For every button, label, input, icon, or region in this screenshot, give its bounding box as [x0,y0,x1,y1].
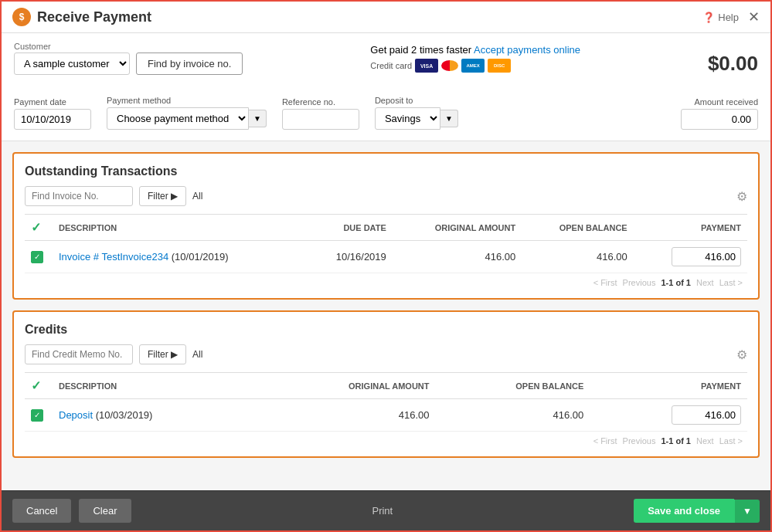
deposit-to-arrow[interactable]: ▼ [440,110,458,127]
amount-received-group: Amount received [681,97,758,130]
customer-select-wrap: Customer A sample customer [14,42,130,75]
credits-table: ✓ DESCRIPTION ORIGINAL AMOUNT OPEN BALAN… [25,372,747,432]
modal-title-text: Receive Payment [37,9,151,25]
credits-previous-link[interactable]: Previous [623,436,656,446]
credits-description-cell: Deposit (10/03/2019) [53,399,257,432]
payment-promo: Get paid 2 times faster Accept payments … [370,44,580,73]
credits-row-checkbox-cell: ✓ [25,399,53,432]
credits-row-checkbox[interactable]: ✓ [31,409,43,422]
last-link[interactable]: Last > [719,278,743,287]
outstanding-transactions-section: Outstanding Transactions Filter ▶ All ⚙ … [12,152,760,300]
due-date-col-header: DUE DATE [305,215,393,241]
invoice-date: (10/01/2019) [172,251,229,263]
deposit-link[interactable]: Deposit [59,409,93,421]
reference-no-input[interactable] [282,109,359,130]
find-invoice-button[interactable]: Find by invoice no. [136,53,243,75]
payment-method-wrap: Choose payment method ▼ [107,107,267,130]
credits-check-col-header: ✓ [25,373,53,399]
print-button[interactable]: Print [139,505,627,517]
credits-next-link[interactable]: Next [696,436,714,446]
credits-original-amount-cell: 416.00 [257,399,435,432]
invoice-link[interactable]: Invoice # TestInvoice234 [59,251,168,263]
outstanding-filter-all: All [192,191,202,202]
credits-table-row: ✓ Deposit (10/03/2019) 416.00 416.00 [25,399,747,432]
amount-display: $0.00 [708,52,758,76]
check-col-header: ✓ [25,215,53,241]
next-link[interactable]: Next [696,278,714,287]
receive-payment-modal: $ Receive Payment ❓ Help ✕ Customer A s [0,0,772,532]
close-button[interactable]: ✕ [748,10,760,24]
header-actions: ❓ Help ✕ [702,10,760,24]
cancel-button[interactable]: Cancel [12,499,71,523]
modal-title: $ Receive Payment [12,8,151,26]
first-link[interactable]: < First [593,278,617,287]
previous-link[interactable]: Previous [623,278,656,287]
credits-title: Credits [25,323,747,337]
outstanding-settings-button[interactable]: ⚙ [736,189,747,204]
due-date-cell: 10/16/2019 [305,241,393,273]
credits-original-amount-col-header: ORIGINAL AMOUNT [257,373,435,399]
help-button[interactable]: ❓ Help [702,12,739,23]
amex-icon: AMEX [461,59,485,73]
payment-date-input[interactable] [14,109,91,130]
clear-button[interactable]: Clear [79,499,131,523]
reference-no-group: Reference no. [282,97,359,130]
mastercard-icon [441,60,458,71]
credits-filter-row: Filter ▶ All ⚙ [25,344,747,364]
description-cell: Invoice # TestInvoice234 (10/01/2019) [53,241,305,273]
credits-header-row: ✓ DESCRIPTION ORIGINAL AMOUNT OPEN BALAN… [25,373,747,399]
payment-method-select[interactable]: Choose payment method [107,107,249,130]
credits-open-balance-col-header: OPEN BALANCE [436,373,590,399]
accept-payments-link[interactable]: Accept payments online [474,44,580,56]
credits-payment-cell [590,399,747,432]
row-checkbox-cell: ✓ [25,241,53,273]
payment-date-label: Payment date [14,97,91,107]
outstanding-table: ✓ DESCRIPTION DUE DATE ORIGINAL AMOUNT O… [25,214,747,273]
credits-payment-col-header: PAYMENT [590,373,747,399]
visa-icon: VISA [415,59,438,73]
credits-open-balance-cell: 416.00 [436,399,590,432]
description-col-header: DESCRIPTION [53,215,305,241]
original-amount-cell: 416.00 [393,241,522,273]
page-indicator: 1-1 of 1 [661,278,691,287]
check-all-icon: ✓ [31,221,41,234]
reference-no-label: Reference no. [282,97,359,107]
open-balance-col-header: OPEN BALANCE [522,215,634,241]
payment-input[interactable] [672,247,741,266]
deposit-to-label: Deposit to [375,96,458,105]
deposit-to-group: Deposit to Savings ▼ [375,96,458,130]
outstanding-pagination: < First Previous 1-1 of 1 Next Last > [25,273,747,287]
top-row: Customer A sample customer Find by invoi… [14,41,758,76]
save-close-button[interactable]: Save and close [634,499,734,523]
payment-method-arrow[interactable]: ▼ [249,110,267,127]
credits-last-link[interactable]: Last > [719,436,743,446]
customer-select[interactable]: A sample customer [14,53,130,75]
payment-date-group: Payment date [14,97,91,130]
customer-area: Customer A sample customer Find by invoi… [14,42,243,75]
outstanding-search-input[interactable] [25,186,133,206]
credits-search-input[interactable] [25,344,133,364]
credits-settings-button[interactable]: ⚙ [736,347,747,362]
outstanding-filter-button[interactable]: Filter ▶ [139,186,186,206]
date-row: Payment date Payment method Choose payme… [14,85,758,130]
help-circle-icon: ❓ [702,12,715,23]
payment-col-header: PAYMENT [634,215,747,241]
discover-icon: DISC [488,59,511,73]
modal-header: $ Receive Payment ❓ Help ✕ [2,2,770,33]
deposit-to-select[interactable]: Savings [375,107,440,130]
credits-first-link[interactable]: < First [593,436,617,446]
customer-label: Customer [14,42,130,51]
save-close-arrow-button[interactable]: ▼ [734,500,760,523]
open-balance-cell: 416.00 [522,241,634,273]
outstanding-title: Outstanding Transactions [25,164,747,178]
modal-body: Customer A sample customer Find by invoi… [2,33,770,490]
credits-pagination: < First Previous 1-1 of 1 Next Last > [25,432,747,446]
credits-filter-button[interactable]: Filter ▶ [139,344,186,364]
outstanding-filter-row: Filter ▶ All ⚙ [25,186,747,206]
payment-cell [634,241,747,273]
row-checkbox[interactable]: ✓ [31,251,43,263]
credits-payment-input[interactable] [672,405,741,425]
amount-received-input[interactable] [681,109,758,130]
payment-method-label: Payment method [107,96,267,105]
credits-section: Credits Filter ▶ All ⚙ ✓ DESCRIPTION ORI… [12,310,760,458]
